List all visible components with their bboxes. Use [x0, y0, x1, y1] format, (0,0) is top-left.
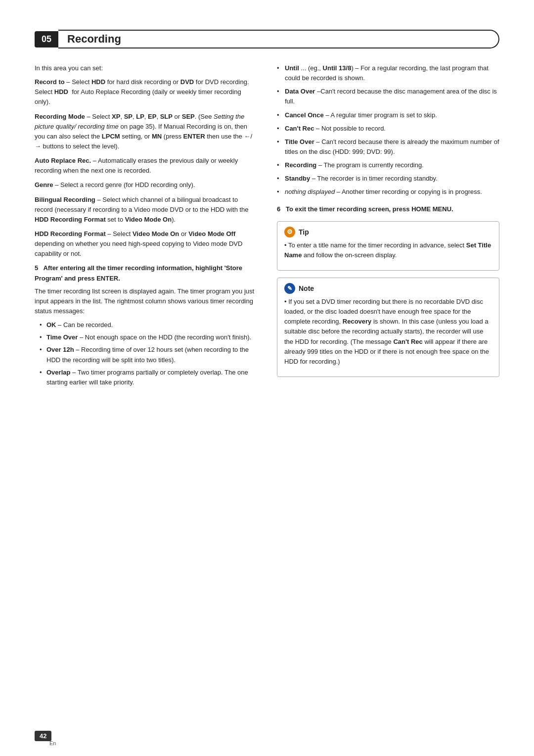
- note-icon: ✎: [284, 283, 295, 294]
- param-recording-mode: Recording Mode – Select XP, SP, LP, EP, …: [35, 112, 257, 152]
- param-name: HDD Recording Format: [35, 230, 106, 237]
- tip-header: ⚙ Tip: [284, 227, 492, 237]
- list-item: Title Over – Can't record because there …: [277, 137, 499, 157]
- tip-icon: ⚙: [284, 227, 295, 237]
- main-content: In this area you can set: Record to – Se…: [35, 63, 499, 392]
- param-name: Auto Replace Rec.: [35, 157, 91, 164]
- note-box: ✎ Note • If you set a DVD timer recordin…: [277, 278, 499, 377]
- list-item: Overlap – Two timer programs partially o…: [40, 368, 257, 387]
- status-bullets-right: Until ... (eg., Until 13/8) – For a regu…: [277, 63, 499, 197]
- param-record-to: Record to – Select HDD for hard disk rec…: [35, 77, 257, 107]
- list-item: Until ... (eg., Until 13/8) – For a regu…: [277, 63, 499, 83]
- list-item: Can't Rec – Not possible to record.: [277, 124, 499, 134]
- page: 05 Recording In this area you can set: R…: [0, 0, 534, 756]
- header-bar: 05 Recording: [35, 30, 499, 48]
- list-item: nothing displayed – Another timer record…: [277, 187, 499, 197]
- list-item: Standby – The recorder is in timer recor…: [277, 174, 499, 184]
- note-header: ✎ Note: [284, 283, 492, 294]
- list-item: Recording – The program is currently rec…: [277, 160, 499, 170]
- tip-body: • To enter a title name for the timer re…: [284, 240, 492, 260]
- page-title: Recording: [58, 30, 499, 48]
- list-item: Over 12h – Recording time of over 12 hou…: [40, 345, 257, 365]
- list-item: OK – Can be recorded.: [40, 320, 257, 330]
- status-bullets-left: OK – Can be recorded. Time Over – Not en…: [40, 320, 257, 387]
- chapter-number: 05: [35, 31, 58, 47]
- list-item: Data Over –Can't record because the disc…: [277, 87, 499, 106]
- note-label: Note: [299, 284, 314, 292]
- tip-label: Tip: [299, 228, 309, 236]
- param-hdd-format: HDD Recording Format – Select Video Mode…: [35, 229, 257, 259]
- param-name: Bilingual Recording: [35, 196, 95, 203]
- step6-block: 6 To exit the timer recording screen, pr…: [277, 204, 499, 214]
- left-column: In this area you can set: Record to – Se…: [35, 63, 257, 392]
- param-name: Genre: [35, 181, 53, 189]
- right-column: Until ... (eg., Until 13/8) – For a regu…: [277, 63, 499, 392]
- note-body: • If you set a DVD timer recording but t…: [284, 297, 492, 367]
- list-item: Cancel Once – A regular timer program is…: [277, 110, 499, 120]
- param-auto-replace: Auto Replace Rec. – Automatically erases…: [35, 156, 257, 176]
- lang-label: En: [49, 740, 56, 746]
- intro-text: In this area you can set:: [35, 63, 257, 73]
- param-name: Recording Mode: [35, 113, 85, 120]
- tip-box: ⚙ Tip • To enter a title name for the ti…: [277, 221, 499, 271]
- list-item: Time Over – Not enough space on the HDD …: [40, 332, 257, 342]
- step5-body: The timer recording list screen is displ…: [35, 286, 257, 316]
- param-name: Record to: [35, 78, 65, 86]
- page-number: 42: [35, 731, 51, 741]
- param-bilingual: Bilingual Recording – Select which chann…: [35, 195, 257, 225]
- param-genre: Genre – Select a record genre (for HDD r…: [35, 180, 257, 190]
- step5-heading: 5 After entering all the timer recording…: [35, 263, 257, 283]
